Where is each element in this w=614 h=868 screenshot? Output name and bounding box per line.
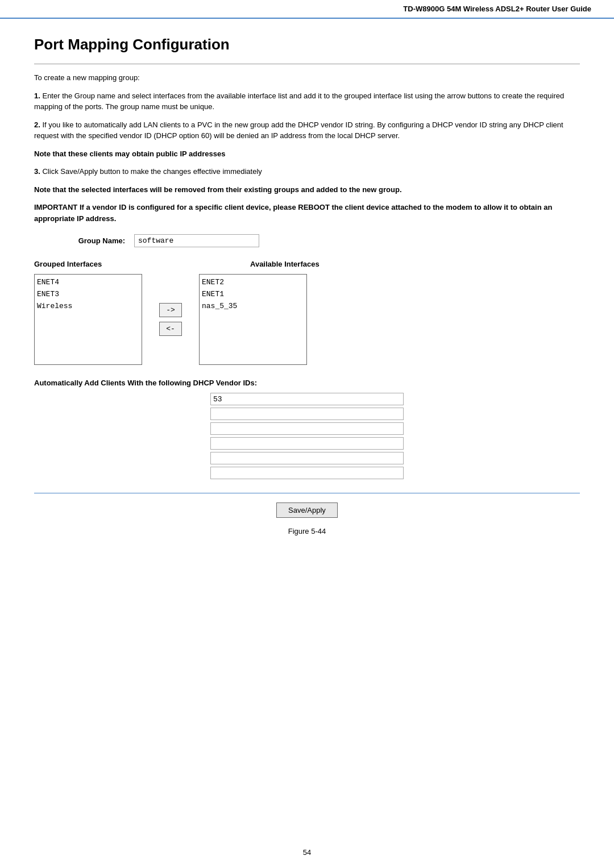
step3-num: 3. [34,167,40,176]
intro-text: To create a new mapping group: [34,72,580,84]
available-interfaces-list[interactable]: ENET2 ENET1 nas_5_35 [199,274,307,365]
dhcp-section: Automatically Add Clients With the follo… [34,379,580,479]
step3-text: 3. Click Save/Apply button to make the c… [34,166,580,177]
available-item-0: ENET2 [202,277,304,289]
interfaces-body: ENET4 ENET3 Wireless -> <- ENET2 ENET1 n… [34,274,580,365]
grouped-item-0: ENET4 [37,277,139,289]
dhcp-input-1[interactable] [210,408,404,420]
interfaces-section: Grouped Interfaces Available Interfaces … [34,260,580,365]
step1-content: Enter the Group name and select interfac… [34,92,564,111]
step1-num: 1. [34,92,40,100]
available-interfaces-label: Available Interfaces [250,260,320,268]
save-apply-button[interactable]: Save/Apply [276,502,338,518]
group-name-input[interactable] [134,234,259,247]
grouped-interfaces-label: Grouped Interfaces [34,260,159,268]
step2-content: If you like to automatically add LAN cli… [34,121,563,140]
header-bar: TD-W8900G 54M Wireless ADSL2+ Router Use… [0,0,614,19]
note2-text: Note that the selected interfaces will b… [34,184,580,196]
interfaces-headers: Grouped Interfaces Available Interfaces [34,260,580,268]
content-area: Port Mapping Configuration To create a n… [0,19,614,848]
step1-text: 1. Enter the Group name and select inter… [34,90,580,113]
dhcp-input-0[interactable] [210,393,404,405]
available-item-2: nas_5_35 [202,301,304,313]
dhcp-input-3[interactable] [210,437,404,450]
group-name-label: Group Name: [68,236,125,245]
dhcp-input-4[interactable] [210,452,404,464]
step3-content: Click Save/Apply button to make the chan… [42,167,262,176]
move-right-button[interactable]: -> [159,303,182,317]
save-section: Save/Apply [34,502,580,518]
grouped-item-2: Wireless [37,301,139,313]
top-divider [34,64,580,64]
grouped-item-1: ENET3 [37,289,139,301]
important-text: IMPORTANT If a vendor ID is configured f… [34,202,580,224]
dhcp-input-5[interactable] [210,467,404,479]
move-left-button[interactable]: <- [159,322,182,336]
step2-num: 2. [34,121,40,129]
available-item-1: ENET1 [202,289,304,301]
figure-caption: Figure 5-44 [34,527,580,535]
note1-text: Note that these clients may obtain publi… [34,148,580,160]
dhcp-input-2[interactable] [210,422,404,435]
page-number: 54 [0,848,614,868]
step2-text: 2. If you like to automatically add LAN … [34,119,580,142]
page-container: TD-W8900G 54M Wireless ADSL2+ Router Use… [0,0,614,868]
dhcp-title: Automatically Add Clients With the follo… [34,379,580,387]
arrow-buttons: -> <- [159,303,182,336]
bottom-divider [34,493,580,493]
group-name-row: Group Name: [34,234,580,247]
dhcp-inputs [34,393,580,479]
page-title: Port Mapping Configuration [34,36,580,53]
header-text: TD-W8900G 54M Wireless ADSL2+ Router Use… [403,5,591,13]
grouped-interfaces-list[interactable]: ENET4 ENET3 Wireless [34,274,142,365]
